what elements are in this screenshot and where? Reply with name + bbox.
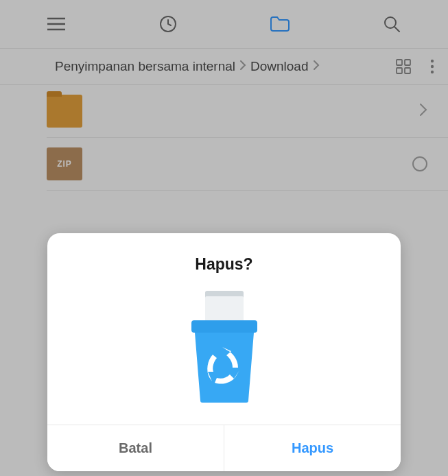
dialog-title: Hapus?	[61, 255, 387, 274]
delete-dialog: Hapus?	[47, 233, 401, 471]
delete-button[interactable]: Hapus	[224, 425, 401, 471]
cancel-button[interactable]: Batal	[47, 425, 224, 471]
trash-illustration-icon	[61, 287, 387, 404]
modal-overlay[interactable]: Hapus?	[0, 0, 448, 476]
svg-rect-15	[191, 320, 257, 333]
